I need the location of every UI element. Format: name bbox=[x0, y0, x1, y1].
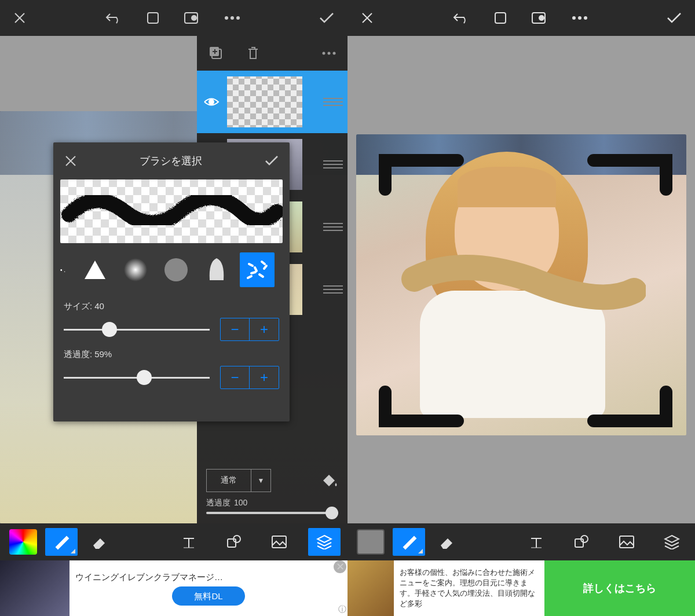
brush-chalk[interactable] bbox=[199, 252, 234, 287]
more-icon[interactable] bbox=[572, 16, 588, 20]
shape-tool-button[interactable] bbox=[565, 528, 598, 556]
svg-point-4 bbox=[231, 16, 234, 20]
drag-handle-icon[interactable] bbox=[323, 223, 343, 231]
dialog-close-icon[interactable] bbox=[64, 154, 78, 168]
brush-scatter-selected[interactable] bbox=[240, 252, 275, 287]
size-stepper: − + bbox=[220, 318, 279, 341]
svg-rect-14 bbox=[228, 539, 236, 547]
svg-rect-25 bbox=[620, 536, 634, 548]
undo-icon[interactable] bbox=[452, 12, 470, 24]
shape-tool-button[interactable] bbox=[218, 528, 250, 556]
confirm-icon[interactable] bbox=[319, 12, 335, 24]
visibility-icon[interactable] bbox=[203, 97, 220, 107]
opacity-decrease-button[interactable]: − bbox=[221, 366, 250, 388]
size-label: サイズ: bbox=[64, 301, 92, 312]
svg-point-3 bbox=[225, 16, 228, 20]
svg-rect-0 bbox=[148, 13, 158, 23]
ad-banner[interactable]: ウイニングイレブンクラブマネージ… 無料DL ✕ ⓘ bbox=[0, 560, 348, 616]
ad-close-icon[interactable]: ✕ bbox=[334, 560, 346, 573]
blend-mode-label: 通常 bbox=[207, 475, 251, 486]
svg-point-8 bbox=[323, 52, 325, 55]
edited-photo bbox=[356, 134, 686, 435]
ad-thumbnail bbox=[348, 560, 394, 616]
brush-tiny-icon[interactable]: • . bbox=[60, 267, 72, 273]
top-toolbar bbox=[348, 0, 695, 36]
delete-layer-icon[interactable] bbox=[247, 46, 259, 61]
layers-tool-button[interactable] bbox=[656, 528, 688, 556]
brush-soft-triangle[interactable] bbox=[78, 252, 112, 287]
brush-preview bbox=[60, 179, 283, 243]
svg-point-20 bbox=[572, 16, 576, 20]
brush-type-row: • . bbox=[53, 243, 290, 294]
size-value: 40 bbox=[94, 301, 104, 312]
size-slider[interactable] bbox=[64, 329, 210, 331]
brush-tool-button[interactable] bbox=[393, 528, 425, 556]
dialog-confirm-icon[interactable] bbox=[264, 155, 279, 167]
layers-tool-button[interactable] bbox=[308, 528, 341, 556]
image-tool-button[interactable] bbox=[263, 528, 295, 556]
brush-opacity-slider[interactable] bbox=[64, 377, 210, 379]
opacity-stepper: − + bbox=[220, 366, 279, 389]
ad-text: お客様の個性、お悩みに合わせた施術メニューをご案内。理想の目元に導きます。手軽さ… bbox=[394, 560, 544, 616]
camera-icon[interactable] bbox=[184, 12, 201, 24]
camera-icon[interactable] bbox=[531, 12, 548, 24]
svg-point-11 bbox=[209, 100, 214, 104]
color-picker-button[interactable] bbox=[7, 528, 39, 556]
drag-handle-icon[interactable] bbox=[323, 98, 343, 106]
brush-stroke-corner bbox=[582, 383, 675, 418]
crop-icon[interactable] bbox=[145, 10, 160, 25]
svg-point-13 bbox=[164, 258, 188, 281]
brush-tool-button[interactable] bbox=[45, 528, 78, 556]
paint-bucket-icon[interactable] bbox=[320, 472, 338, 489]
ad-title: ウイニングイレブンクラブマネージ… bbox=[75, 571, 342, 583]
bottom-toolbar bbox=[0, 523, 348, 560]
undo-icon[interactable] bbox=[105, 12, 122, 24]
brush-opacity-label: 透過度: bbox=[64, 349, 92, 360]
svg-point-19 bbox=[539, 16, 544, 20]
layer-more-icon[interactable] bbox=[322, 52, 336, 55]
text-tool-button[interactable] bbox=[520, 528, 553, 556]
svg-rect-16 bbox=[272, 536, 286, 548]
ad-banner[interactable]: お客様の個性、お悩みに合わせた施術メニューをご案内。理想の目元に導きます。手軽さ… bbox=[348, 560, 695, 616]
eraser-tool-button[interactable] bbox=[83, 528, 116, 556]
color-picker-button[interactable] bbox=[354, 528, 387, 556]
svg-point-10 bbox=[333, 52, 336, 55]
ad-download-button[interactable]: 無料DL bbox=[172, 586, 244, 606]
brush-opacity-value: 59% bbox=[94, 349, 112, 360]
drag-handle-icon[interactable] bbox=[323, 285, 343, 294]
svg-point-21 bbox=[578, 16, 581, 20]
bottom-toolbar bbox=[348, 523, 695, 560]
left-screenshot: 通常 ▼ 透過度 100 bbox=[0, 0, 348, 616]
svg-point-12 bbox=[124, 258, 147, 281]
layer-opacity-value: 100 bbox=[234, 498, 247, 508]
opacity-increase-button[interactable]: + bbox=[250, 366, 279, 388]
close-icon[interactable] bbox=[13, 11, 27, 25]
image-tool-button[interactable] bbox=[610, 528, 643, 556]
brush-soft-round[interactable] bbox=[118, 252, 153, 287]
crop-icon[interactable] bbox=[493, 10, 508, 25]
ad-thumbnail bbox=[0, 560, 70, 616]
chevron-down-icon[interactable]: ▼ bbox=[251, 470, 270, 492]
brush-select-dialog: ブラシを選択 • . bbox=[53, 142, 290, 421]
canvas-area[interactable] bbox=[348, 36, 695, 523]
svg-point-9 bbox=[328, 52, 331, 55]
svg-rect-17 bbox=[495, 13, 506, 23]
layer-row-active[interactable] bbox=[197, 71, 348, 133]
layer-opacity-slider[interactable] bbox=[206, 512, 338, 514]
blend-mode-select[interactable]: 通常 ▼ bbox=[206, 469, 271, 492]
eraser-tool-button[interactable] bbox=[431, 528, 463, 556]
svg-point-22 bbox=[584, 16, 587, 20]
ad-cta-button[interactable]: 詳しくはこちら bbox=[544, 560, 695, 616]
size-increase-button[interactable]: + bbox=[250, 318, 279, 340]
add-layer-icon[interactable] bbox=[209, 46, 224, 61]
close-icon[interactable] bbox=[360, 11, 374, 25]
text-tool-button[interactable] bbox=[173, 528, 205, 556]
top-toolbar bbox=[0, 0, 348, 36]
drag-handle-icon[interactable] bbox=[323, 160, 343, 168]
ad-info-icon[interactable]: ⓘ bbox=[338, 604, 346, 615]
size-decrease-button[interactable]: − bbox=[221, 318, 250, 340]
confirm-icon[interactable] bbox=[666, 12, 682, 24]
brush-noise-round[interactable] bbox=[159, 252, 193, 287]
brush-stroke-corner bbox=[376, 152, 469, 186]
more-icon[interactable] bbox=[224, 16, 240, 20]
